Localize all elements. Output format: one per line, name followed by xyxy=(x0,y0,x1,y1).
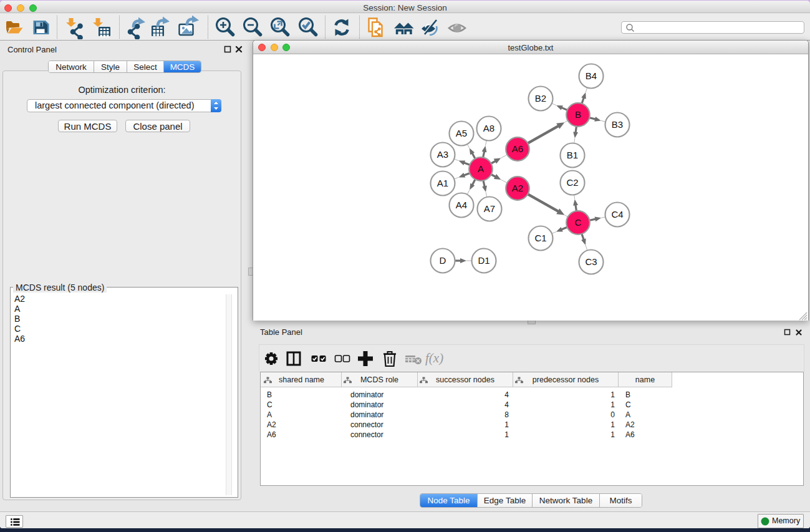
svg-text:A7: A7 xyxy=(484,203,495,214)
svg-text:B2: B2 xyxy=(535,93,546,104)
svg-text:A3: A3 xyxy=(437,149,448,160)
svg-text:C: C xyxy=(575,217,582,228)
svg-text:C3: C3 xyxy=(585,256,597,267)
svg-text:B3: B3 xyxy=(612,119,623,130)
svg-text:D: D xyxy=(440,255,446,266)
svg-text:B4: B4 xyxy=(586,70,597,81)
svg-text:A5: A5 xyxy=(456,128,467,138)
svg-text:D1: D1 xyxy=(478,255,489,266)
svg-text:A2: A2 xyxy=(512,183,523,193)
svg-text:B: B xyxy=(575,109,581,120)
svg-text:C4: C4 xyxy=(611,209,623,220)
svg-text:B1: B1 xyxy=(567,150,578,160)
svg-text:A: A xyxy=(478,163,484,174)
svg-text:A4: A4 xyxy=(456,200,467,210)
svg-text:A6: A6 xyxy=(512,143,523,154)
svg-text:A1: A1 xyxy=(437,178,448,188)
svg-text:C1: C1 xyxy=(534,233,546,243)
svg-text:A8: A8 xyxy=(483,123,494,133)
svg-text:C2: C2 xyxy=(566,177,578,188)
